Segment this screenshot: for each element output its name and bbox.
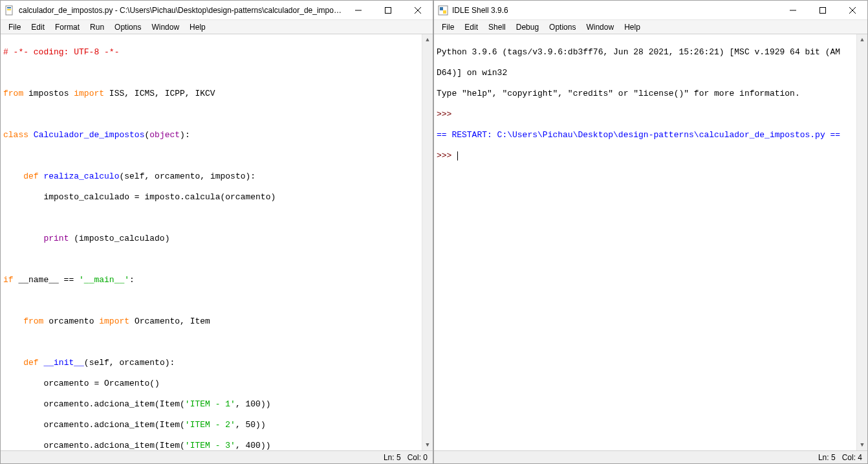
text-cursor bbox=[457, 151, 458, 160]
shell-prompt: >>> bbox=[437, 151, 457, 160]
menu-help[interactable]: Help bbox=[619, 21, 646, 33]
status-line: Ln: 5 bbox=[818, 453, 836, 462]
scroll-up-icon[interactable]: ▲ bbox=[857, 34, 867, 45]
shell-prompt: >>> bbox=[437, 109, 457, 119]
shell-output[interactable]: Python 3.9.6 (tags/v3.9.6:db3ff76, Jun 2… bbox=[434, 34, 867, 450]
editor-titlebar: calculador_de_impostos.py - C:\Users\Pic… bbox=[1, 1, 433, 20]
svg-rect-11 bbox=[820, 7, 826, 13]
shell-title: IDLE Shell 3.9.6 bbox=[452, 6, 778, 15]
editor-statusbar: Ln: 5 Col: 0 bbox=[1, 450, 433, 463]
shell-titlebar: IDLE Shell 3.9.6 bbox=[434, 1, 867, 20]
menu-shell[interactable]: Shell bbox=[483, 21, 511, 33]
menu-debug[interactable]: Debug bbox=[511, 21, 544, 33]
menu-file[interactable]: File bbox=[437, 21, 459, 33]
menu-window[interactable]: Window bbox=[146, 21, 184, 33]
shell-menubar: File Edit Shell Debug Options Window Hel… bbox=[434, 20, 867, 34]
status-col: Col: 4 bbox=[842, 453, 862, 462]
menu-window[interactable]: Window bbox=[581, 21, 619, 33]
scroll-down-icon[interactable]: ▼ bbox=[422, 439, 433, 450]
menu-options[interactable]: Options bbox=[109, 21, 146, 33]
window-controls bbox=[343, 1, 433, 19]
svg-rect-8 bbox=[440, 7, 443, 10]
menu-edit[interactable]: Edit bbox=[459, 21, 483, 33]
maximize-button[interactable] bbox=[373, 1, 403, 19]
code-text: # -*- coding: UTF-8 -*- bbox=[3, 47, 119, 57]
close-button[interactable] bbox=[838, 1, 867, 19]
python-file-icon bbox=[5, 5, 15, 16]
editor-scrollbar[interactable]: ▲ ▼ bbox=[422, 34, 433, 450]
idle-icon bbox=[438, 5, 448, 16]
minimize-button[interactable] bbox=[778, 1, 808, 19]
shell-window: IDLE Shell 3.9.6 File Edit Shell Debug O… bbox=[433, 0, 868, 464]
status-col: Col: 0 bbox=[407, 453, 428, 462]
editor-menubar: File Edit Format Run Options Window Help bbox=[1, 20, 433, 34]
menu-options[interactable]: Options bbox=[544, 21, 581, 33]
menu-file[interactable]: File bbox=[3, 21, 26, 33]
menu-help[interactable]: Help bbox=[184, 21, 211, 33]
shell-statusbar: Ln: 5 Col: 4 bbox=[434, 450, 867, 463]
menu-run[interactable]: Run bbox=[85, 21, 109, 33]
status-line: Ln: 5 bbox=[384, 453, 401, 462]
shell-text: Python 3.9.6 (tags/v3.9.6:db3ff76, Jun 2… bbox=[437, 47, 840, 57]
close-button[interactable] bbox=[403, 1, 433, 19]
window-controls bbox=[778, 1, 867, 19]
shell-scrollbar[interactable]: ▲ ▼ bbox=[856, 34, 867, 450]
editor-window: calculador_de_impostos.py - C:\Users\Pic… bbox=[0, 0, 433, 464]
editor-title: calculador_de_impostos.py - C:\Users\Pic… bbox=[19, 6, 343, 15]
svg-rect-2 bbox=[7, 9, 11, 10]
maximize-button[interactable] bbox=[808, 1, 838, 19]
svg-rect-1 bbox=[7, 7, 11, 8]
scroll-up-icon[interactable]: ▲ bbox=[422, 34, 433, 45]
scroll-down-icon[interactable]: ▼ bbox=[857, 439, 867, 450]
svg-rect-4 bbox=[385, 7, 391, 13]
minimize-button[interactable] bbox=[343, 1, 373, 19]
menu-edit[interactable]: Edit bbox=[26, 21, 50, 33]
svg-rect-9 bbox=[443, 10, 446, 14]
code-editor[interactable]: # -*- coding: UTF-8 -*- from impostos im… bbox=[1, 34, 433, 450]
menu-format[interactable]: Format bbox=[50, 21, 85, 33]
